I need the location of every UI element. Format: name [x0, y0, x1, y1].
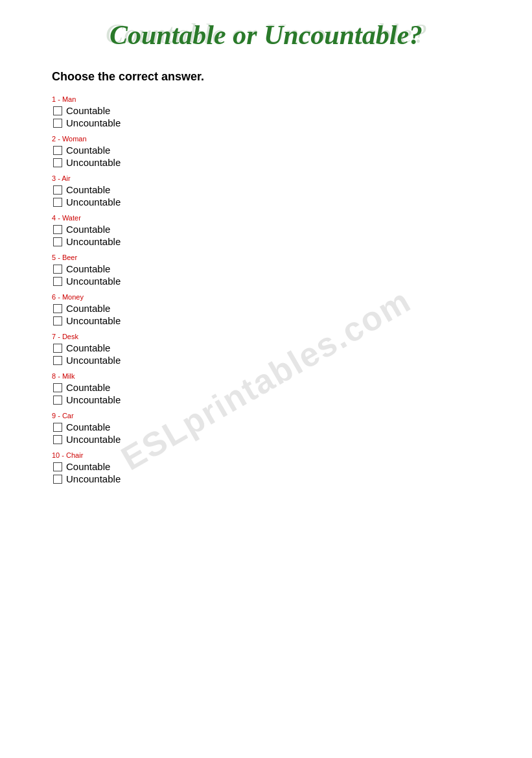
- question-label-1: 1 - Man: [52, 95, 480, 103]
- checkbox-1-countable[interactable]: [53, 106, 62, 115]
- option-row-9-0: Countable: [53, 421, 480, 432]
- option-label-1-countable: Countable: [66, 105, 110, 116]
- question-label-8: 8 - Milk: [52, 372, 480, 380]
- checkbox-4-uncountable[interactable]: [53, 237, 62, 246]
- checkbox-5-uncountable[interactable]: [53, 277, 62, 286]
- page-title: Countable or Uncountable?: [52, 19, 480, 51]
- option-row-3-1: Uncountable: [53, 196, 480, 207]
- question-label-10: 10 - Chair: [52, 451, 480, 459]
- question-label-7: 7 - Desk: [52, 333, 480, 340]
- option-row-5-1: Uncountable: [53, 276, 480, 287]
- option-label-9-uncountable: Uncountable: [66, 434, 121, 445]
- option-label-5-uncountable: Uncountable: [66, 276, 121, 287]
- question-9: 9 - CarCountableUncountable: [52, 412, 480, 445]
- checkbox-1-uncountable[interactable]: [53, 119, 62, 128]
- checkbox-4-countable[interactable]: [53, 225, 62, 234]
- question-label-5: 5 - Beer: [52, 254, 480, 261]
- option-row-8-1: Uncountable: [53, 394, 480, 405]
- checkbox-9-countable[interactable]: [53, 423, 62, 432]
- question-4: 4 - WaterCountableUncountable: [52, 214, 480, 247]
- option-label-5-countable: Countable: [66, 263, 110, 274]
- question-label-6: 6 - Money: [52, 293, 480, 301]
- checkbox-8-uncountable[interactable]: [53, 396, 62, 405]
- option-label-3-uncountable: Uncountable: [66, 196, 121, 207]
- question-label-2: 2 - Woman: [52, 135, 480, 143]
- question-5: 5 - BeerCountableUncountable: [52, 254, 480, 287]
- option-row-4-0: Countable: [53, 224, 480, 235]
- option-row-4-1: Uncountable: [53, 236, 480, 247]
- question-label-9: 9 - Car: [52, 412, 480, 420]
- checkbox-3-uncountable[interactable]: [53, 198, 62, 207]
- page: ESLprintables.com Countable or Uncountab…: [0, 0, 532, 758]
- option-row-1-0: Countable: [53, 105, 480, 116]
- option-label-4-countable: Countable: [66, 224, 110, 235]
- checkbox-7-countable[interactable]: [53, 344, 62, 353]
- checkbox-2-countable[interactable]: [53, 146, 62, 155]
- option-row-8-0: Countable: [53, 382, 480, 393]
- option-row-2-0: Countable: [53, 145, 480, 156]
- option-label-2-uncountable: Uncountable: [66, 157, 121, 168]
- checkbox-6-uncountable[interactable]: [53, 316, 62, 326]
- option-row-5-0: Countable: [53, 263, 480, 274]
- checkbox-3-countable[interactable]: [53, 185, 62, 195]
- checkbox-2-uncountable[interactable]: [53, 158, 62, 167]
- question-3: 3 - AirCountableUncountable: [52, 174, 480, 207]
- option-row-7-1: Uncountable: [53, 355, 480, 366]
- option-label-3-countable: Countable: [66, 184, 110, 195]
- option-label-8-uncountable: Uncountable: [66, 394, 121, 405]
- checkbox-8-countable[interactable]: [53, 383, 62, 392]
- option-label-4-uncountable: Uncountable: [66, 236, 121, 247]
- question-label-3: 3 - Air: [52, 174, 480, 182]
- option-row-2-1: Uncountable: [53, 157, 480, 168]
- question-6: 6 - MoneyCountableUncountable: [52, 293, 480, 326]
- option-label-10-uncountable: Uncountable: [66, 473, 121, 484]
- option-row-6-1: Uncountable: [53, 315, 480, 326]
- question-label-4: 4 - Water: [52, 214, 480, 222]
- checkbox-5-countable[interactable]: [53, 265, 62, 274]
- question-1: 1 - ManCountableUncountable: [52, 95, 480, 128]
- checkbox-10-countable[interactable]: [53, 462, 62, 471]
- option-label-9-countable: Countable: [66, 421, 110, 432]
- checkbox-7-uncountable[interactable]: [53, 356, 62, 365]
- option-label-10-countable: Countable: [66, 461, 110, 472]
- option-row-3-0: Countable: [53, 184, 480, 195]
- questions-section: 1 - ManCountableUncountable2 - WomanCoun…: [52, 95, 480, 484]
- option-label-6-countable: Countable: [66, 303, 110, 314]
- checkbox-6-countable[interactable]: [53, 304, 62, 313]
- question-10: 10 - ChairCountableUncountable: [52, 451, 480, 484]
- option-label-2-countable: Countable: [66, 145, 110, 156]
- option-row-9-1: Uncountable: [53, 434, 480, 445]
- option-label-1-uncountable: Uncountable: [66, 117, 121, 128]
- checkbox-9-uncountable[interactable]: [53, 435, 62, 444]
- checkbox-10-uncountable[interactable]: [53, 475, 62, 484]
- option-label-6-uncountable: Uncountable: [66, 315, 121, 326]
- option-label-7-uncountable: Uncountable: [66, 355, 121, 366]
- option-row-1-1: Uncountable: [53, 117, 480, 128]
- option-row-10-1: Uncountable: [53, 473, 480, 484]
- option-label-8-countable: Countable: [66, 382, 110, 393]
- option-row-7-0: Countable: [53, 342, 480, 353]
- question-8: 8 - MilkCountableUncountable: [52, 372, 480, 405]
- option-row-6-0: Countable: [53, 303, 480, 314]
- page-header: Countable or Uncountable? Countable or U…: [52, 13, 480, 51]
- question-2: 2 - WomanCountableUncountable: [52, 135, 480, 168]
- option-label-7-countable: Countable: [66, 342, 110, 353]
- instruction-text: Choose the correct answer.: [52, 70, 480, 84]
- option-row-10-0: Countable: [53, 461, 480, 472]
- question-7: 7 - DeskCountableUncountable: [52, 333, 480, 366]
